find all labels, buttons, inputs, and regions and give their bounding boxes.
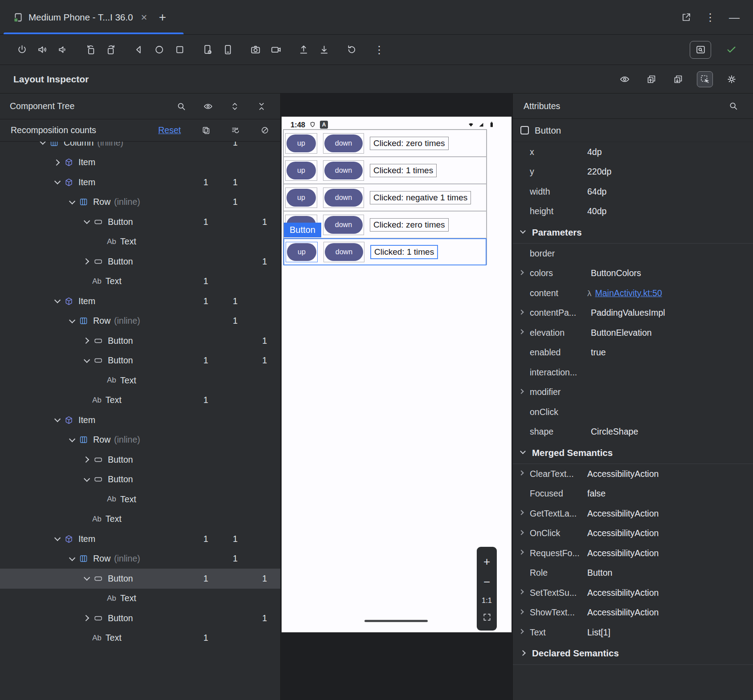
expander-chevron-icon[interactable]	[52, 533, 63, 544]
tree-row[interactable]: Ab Text	[0, 589, 280, 609]
import-snapshot-icon[interactable]	[670, 71, 686, 87]
home-button-icon[interactable]	[149, 40, 169, 60]
tree-row[interactable]: Ab Button 1 1	[0, 351, 280, 371]
zoom-in-button[interactable]: +	[483, 556, 490, 567]
tree-row[interactable]: Ab Item	[0, 153, 280, 173]
expand-chevron-icon[interactable]	[519, 530, 524, 535]
up-button[interactable]: up	[287, 243, 316, 261]
merged-semantics-section-header[interactable]: Merged Semantics	[513, 442, 753, 464]
rotate-left-icon[interactable]	[80, 40, 101, 60]
expander-chevron-icon[interactable]	[82, 514, 92, 525]
tree-search-icon[interactable]	[173, 98, 189, 114]
parameter-row[interactable]: border	[513, 244, 753, 264]
expand-chevron-icon[interactable]	[519, 389, 524, 394]
parameter-row[interactable]: modifier	[513, 383, 753, 403]
tree-row[interactable]: Ab Item 1 1	[0, 172, 280, 192]
expander-chevron-icon[interactable]	[52, 177, 63, 187]
down-button[interactable]: down	[324, 189, 363, 207]
tree-row[interactable]: Ab Button 1	[0, 252, 280, 272]
reset-counts-link[interactable]: Reset	[158, 125, 181, 135]
expander-chevron-icon[interactable]	[82, 216, 92, 227]
tree-row[interactable]: Ab Button 1 1	[0, 212, 280, 232]
attribute-row[interactable]: width 64dp	[513, 182, 753, 202]
power-button-icon[interactable]	[12, 40, 32, 60]
tree-row[interactable]: Ab Text	[0, 370, 280, 391]
semantics-row[interactable]: Text List[1]	[513, 623, 753, 643]
zoom-ratio-button[interactable]: 1:1	[482, 597, 492, 604]
tree-row[interactable]: Ab Item 1 1	[0, 291, 280, 311]
down-button[interactable]: down	[324, 134, 363, 152]
done-check-icon[interactable]	[721, 40, 741, 60]
collapse-all-icon[interactable]	[254, 98, 270, 114]
zoom-fit-icon[interactable]	[483, 613, 491, 622]
expander-chevron-icon[interactable]	[82, 633, 92, 643]
expand-chevron-icon[interactable]	[519, 590, 524, 594]
device-settings-icon[interactable]	[197, 40, 217, 60]
tree-row[interactable]: Ab Button 1	[0, 331, 280, 351]
expand-chevron-icon[interactable]	[519, 550, 524, 555]
parameter-row[interactable]: interaction...	[513, 362, 753, 383]
tree-row[interactable]: Ab Text	[0, 232, 280, 252]
expand-chevron-icon[interactable]	[519, 510, 524, 515]
tree-row[interactable]: Ab Row (inline) 1	[0, 549, 280, 569]
skips-column-icon[interactable]	[250, 119, 279, 141]
restart-device-icon[interactable]	[341, 40, 362, 60]
up-button[interactable]: up	[286, 162, 316, 179]
tree-row[interactable]: Ab Button	[0, 470, 280, 490]
expander-chevron-icon[interactable]	[96, 375, 107, 386]
export-snapshot-icon[interactable]	[643, 71, 659, 87]
expander-chevron-icon[interactable]	[52, 415, 63, 425]
expander-chevron-icon[interactable]	[82, 395, 92, 406]
declared-semantics-section-header[interactable]: Declared Semantics	[513, 643, 753, 665]
up-button[interactable]: up	[286, 189, 316, 207]
section-chevron-icon[interactable]	[520, 448, 526, 454]
toggle-overlay-eye-icon[interactable]	[617, 71, 633, 87]
section-chevron-icon[interactable]	[520, 650, 526, 656]
expander-chevron-icon[interactable]	[82, 256, 92, 267]
snapshot-inspect-icon[interactable]	[690, 41, 711, 59]
tree-row[interactable]: Ab Text 1	[0, 628, 280, 648]
down-button[interactable]: down	[324, 216, 363, 234]
expand-all-icon[interactable]	[227, 98, 243, 114]
expander-chevron-icon[interactable]	[67, 435, 78, 445]
expand-chevron-icon[interactable]	[519, 609, 524, 614]
expander-chevron-icon[interactable]	[67, 316, 78, 326]
tree-row[interactable]: Ab Button 1	[0, 608, 280, 628]
expand-chevron-icon[interactable]	[519, 471, 524, 476]
section-chevron-icon[interactable]	[520, 228, 526, 234]
back-button-icon[interactable]	[128, 40, 149, 60]
expander-chevron-icon[interactable]	[82, 613, 92, 623]
parameter-row[interactable]: elevation ButtonElevation	[513, 323, 753, 343]
tree-row[interactable]: Ab Text 1	[0, 272, 280, 292]
rotate-right-icon[interactable]	[101, 40, 121, 60]
recomposition-count-column-icon[interactable]	[192, 119, 220, 141]
parameter-row[interactable]: content λ MainActivity.kt:50	[513, 283, 753, 303]
semantics-row[interactable]: SetTextSu... AccessibilityAction	[513, 583, 753, 603]
tree-row[interactable]: Ab Row (inline)	[0, 430, 280, 450]
down-button[interactable]: down	[324, 162, 363, 179]
selected-component-row[interactable]: Button	[513, 119, 753, 142]
tree-row[interactable]: Ab Column (inline) 1	[0, 142, 280, 153]
tree-filter-eye-icon[interactable]	[200, 98, 216, 114]
expand-chevron-icon[interactable]	[519, 309, 524, 314]
inspector-settings-gear-icon[interactable]	[724, 71, 740, 87]
down-button[interactable]: down	[325, 243, 363, 261]
new-tab-button[interactable]: +	[159, 11, 166, 24]
volume-down-icon[interactable]	[53, 40, 73, 60]
close-tab-icon[interactable]: ×	[141, 12, 147, 23]
expander-chevron-icon[interactable]	[82, 335, 92, 346]
expand-chevron-icon[interactable]	[519, 270, 524, 275]
parameter-row[interactable]: shape CircleShape	[513, 422, 753, 442]
select-component-icon[interactable]	[697, 71, 713, 87]
expander-chevron-icon[interactable]	[82, 474, 92, 485]
toolbar-more-icon[interactable]: ⋮	[369, 40, 389, 60]
tree-row[interactable]: Ab Text	[0, 489, 280, 509]
tree-row[interactable]: Ab Item	[0, 410, 280, 430]
tree-row[interactable]: Ab Text 1	[0, 391, 280, 411]
expander-chevron-icon[interactable]	[67, 197, 78, 208]
screenshot-icon[interactable]	[245, 40, 266, 60]
semantics-row[interactable]: Focused false	[513, 484, 753, 504]
expander-chevron-icon[interactable]	[52, 157, 63, 168]
expander-chevron-icon[interactable]	[82, 454, 92, 465]
highlight-recomposition-column-icon[interactable]	[221, 119, 250, 141]
